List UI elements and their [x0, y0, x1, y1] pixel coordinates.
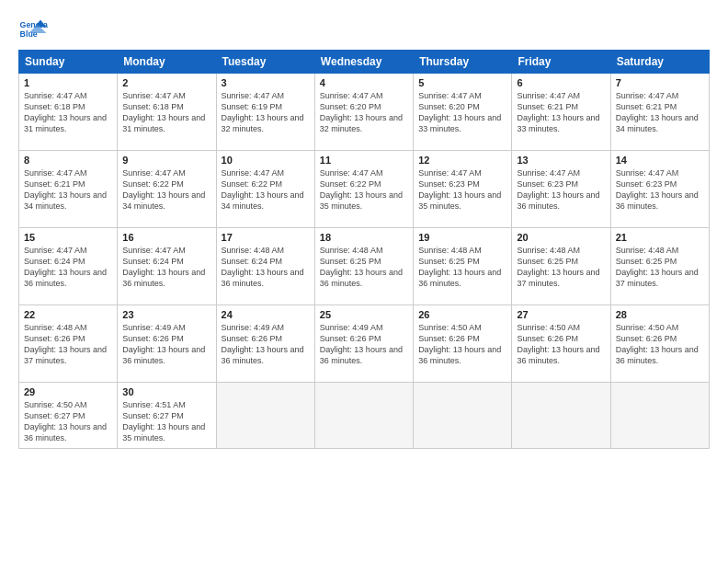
day-info: Sunrise: 4:49 AMSunset: 6:26 PMDaylight:… [122, 322, 210, 367]
day-number: 8 [24, 155, 112, 166]
calendar-cell [512, 383, 610, 449]
col-header-thursday: Thursday [414, 51, 512, 74]
col-header-monday: Monday [118, 51, 216, 74]
day-info: Sunrise: 4:48 AMSunset: 6:25 PMDaylight:… [616, 245, 704, 290]
day-number: 2 [122, 77, 210, 88]
day-number: 27 [517, 309, 605, 320]
calendar-cell [314, 383, 413, 449]
day-number: 25 [320, 309, 408, 320]
calendar-week-3: 15Sunrise: 4:47 AMSunset: 6:24 PMDayligh… [19, 228, 710, 305]
day-info: Sunrise: 4:50 AMSunset: 6:27 PMDaylight:… [24, 399, 112, 444]
day-number: 10 [222, 155, 310, 166]
calendar-cell: 3Sunrise: 4:47 AMSunset: 6:19 PMDaylight… [216, 74, 314, 151]
day-info: Sunrise: 4:47 AMSunset: 6:19 PMDaylight:… [222, 90, 310, 135]
header: General Blue [18, 17, 710, 42]
calendar-cell: 22Sunrise: 4:48 AMSunset: 6:26 PMDayligh… [19, 305, 118, 383]
day-info: Sunrise: 4:47 AMSunset: 6:20 PMDaylight:… [418, 90, 506, 135]
calendar-cell: 5Sunrise: 4:47 AMSunset: 6:20 PMDaylight… [414, 74, 512, 151]
calendar-cell: 20Sunrise: 4:48 AMSunset: 6:25 PMDayligh… [512, 228, 610, 305]
day-number: 28 [616, 309, 704, 320]
day-number: 9 [122, 155, 210, 166]
calendar-cell [216, 383, 314, 449]
calendar-cell: 4Sunrise: 4:47 AMSunset: 6:20 PMDaylight… [314, 74, 413, 151]
day-info: Sunrise: 4:47 AMSunset: 6:23 PMDaylight:… [418, 167, 506, 213]
day-number: 20 [517, 232, 605, 243]
day-number: 29 [24, 386, 112, 397]
day-info: Sunrise: 4:47 AMSunset: 6:23 PMDaylight:… [616, 167, 704, 213]
day-number: 12 [418, 155, 506, 166]
day-number: 14 [616, 155, 704, 166]
day-info: Sunrise: 4:49 AMSunset: 6:26 PMDaylight:… [222, 322, 310, 367]
calendar-cell: 14Sunrise: 4:47 AMSunset: 6:23 PMDayligh… [610, 151, 709, 228]
calendar-cell: 13Sunrise: 4:47 AMSunset: 6:23 PMDayligh… [512, 151, 610, 228]
day-info: Sunrise: 4:47 AMSunset: 6:21 PMDaylight:… [24, 167, 112, 213]
col-header-wednesday: Wednesday [314, 51, 413, 74]
day-number: 7 [616, 77, 704, 88]
day-number: 13 [517, 155, 605, 166]
day-number: 30 [122, 386, 210, 397]
calendar-cell: 15Sunrise: 4:47 AMSunset: 6:24 PMDayligh… [19, 228, 118, 305]
calendar-cell: 30Sunrise: 4:51 AMSunset: 6:27 PMDayligh… [118, 383, 216, 449]
page-container: General Blue SundayMondayTuesdayWednesda… [0, 0, 728, 563]
day-info: Sunrise: 4:47 AMSunset: 6:21 PMDaylight:… [517, 90, 605, 135]
calendar-cell: 26Sunrise: 4:50 AMSunset: 6:26 PMDayligh… [414, 305, 512, 383]
calendar-cell: 8Sunrise: 4:47 AMSunset: 6:21 PMDaylight… [19, 151, 118, 228]
col-header-saturday: Saturday [610, 51, 709, 74]
day-info: Sunrise: 4:48 AMSunset: 6:25 PMDaylight:… [517, 245, 605, 290]
day-info: Sunrise: 4:47 AMSunset: 6:22 PMDaylight:… [222, 167, 310, 213]
day-info: Sunrise: 4:47 AMSunset: 6:24 PMDaylight:… [24, 245, 112, 290]
day-info: Sunrise: 4:47 AMSunset: 6:18 PMDaylight:… [24, 90, 112, 135]
day-number: 18 [320, 232, 408, 243]
calendar-cell: 9Sunrise: 4:47 AMSunset: 6:22 PMDaylight… [118, 151, 216, 228]
calendar-cell [414, 383, 512, 449]
logo-icon: General Blue [18, 17, 48, 42]
calendar-header-row: SundayMondayTuesdayWednesdayThursdayFrid… [19, 51, 710, 74]
calendar-cell: 12Sunrise: 4:47 AMSunset: 6:23 PMDayligh… [414, 151, 512, 228]
calendar-cell: 29Sunrise: 4:50 AMSunset: 6:27 PMDayligh… [19, 383, 118, 449]
day-number: 1 [24, 77, 112, 88]
day-number: 23 [122, 309, 210, 320]
day-info: Sunrise: 4:47 AMSunset: 6:24 PMDaylight:… [122, 245, 210, 290]
day-info: Sunrise: 4:47 AMSunset: 6:22 PMDaylight:… [320, 167, 408, 213]
calendar-cell: 17Sunrise: 4:48 AMSunset: 6:24 PMDayligh… [216, 228, 314, 305]
calendar-cell: 7Sunrise: 4:47 AMSunset: 6:21 PMDaylight… [610, 74, 709, 151]
calendar-cell [610, 383, 709, 449]
day-info: Sunrise: 4:47 AMSunset: 6:22 PMDaylight:… [122, 167, 210, 213]
day-info: Sunrise: 4:50 AMSunset: 6:26 PMDaylight:… [616, 322, 704, 367]
day-info: Sunrise: 4:48 AMSunset: 6:25 PMDaylight:… [418, 245, 506, 290]
calendar-cell: 2Sunrise: 4:47 AMSunset: 6:18 PMDaylight… [118, 74, 216, 151]
day-number: 6 [517, 77, 605, 88]
calendar-week-2: 8Sunrise: 4:47 AMSunset: 6:21 PMDaylight… [19, 151, 710, 228]
day-number: 24 [222, 309, 310, 320]
calendar-cell: 27Sunrise: 4:50 AMSunset: 6:26 PMDayligh… [512, 305, 610, 383]
day-number: 17 [222, 232, 310, 243]
logo: General Blue [18, 17, 48, 42]
calendar-week-4: 22Sunrise: 4:48 AMSunset: 6:26 PMDayligh… [19, 305, 710, 383]
day-info: Sunrise: 4:47 AMSunset: 6:20 PMDaylight:… [320, 90, 408, 135]
day-info: Sunrise: 4:47 AMSunset: 6:18 PMDaylight:… [122, 90, 210, 135]
day-number: 16 [122, 232, 210, 243]
calendar-cell: 21Sunrise: 4:48 AMSunset: 6:25 PMDayligh… [610, 228, 709, 305]
col-header-tuesday: Tuesday [216, 51, 314, 74]
day-number: 21 [616, 232, 704, 243]
calendar-cell: 10Sunrise: 4:47 AMSunset: 6:22 PMDayligh… [216, 151, 314, 228]
day-info: Sunrise: 4:49 AMSunset: 6:26 PMDaylight:… [320, 322, 408, 367]
day-info: Sunrise: 4:47 AMSunset: 6:21 PMDaylight:… [616, 90, 704, 135]
day-info: Sunrise: 4:51 AMSunset: 6:27 PMDaylight:… [122, 399, 210, 444]
day-number: 4 [320, 77, 408, 88]
day-number: 22 [24, 309, 112, 320]
calendar-cell: 18Sunrise: 4:48 AMSunset: 6:25 PMDayligh… [314, 228, 413, 305]
calendar-cell: 25Sunrise: 4:49 AMSunset: 6:26 PMDayligh… [314, 305, 413, 383]
col-header-friday: Friday [512, 51, 610, 74]
day-number: 26 [418, 309, 506, 320]
calendar-cell: 1Sunrise: 4:47 AMSunset: 6:18 PMDaylight… [19, 74, 118, 151]
calendar-cell: 28Sunrise: 4:50 AMSunset: 6:26 PMDayligh… [610, 305, 709, 383]
day-number: 3 [222, 77, 310, 88]
calendar-table: SundayMondayTuesdayWednesdayThursdayFrid… [18, 50, 710, 449]
calendar-cell: 16Sunrise: 4:47 AMSunset: 6:24 PMDayligh… [118, 228, 216, 305]
calendar-cell: 24Sunrise: 4:49 AMSunset: 6:26 PMDayligh… [216, 305, 314, 383]
col-header-sunday: Sunday [19, 51, 118, 74]
day-info: Sunrise: 4:50 AMSunset: 6:26 PMDaylight:… [418, 322, 506, 367]
day-number: 15 [24, 232, 112, 243]
calendar-cell: 6Sunrise: 4:47 AMSunset: 6:21 PMDaylight… [512, 74, 610, 151]
